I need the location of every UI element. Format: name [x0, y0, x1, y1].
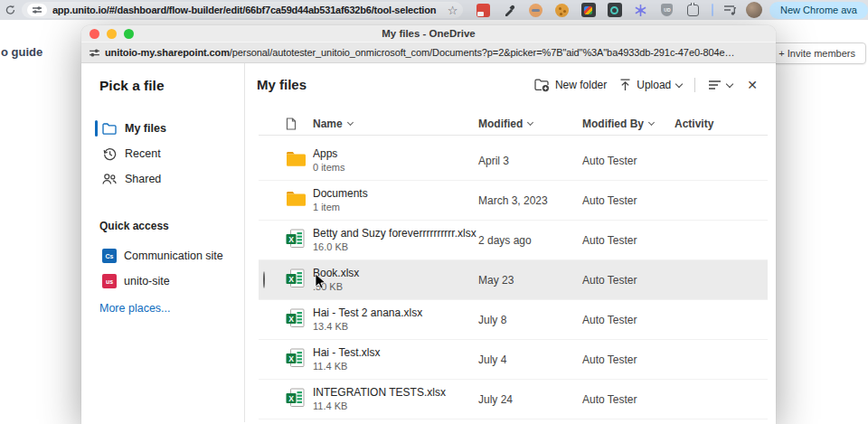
- modified-by: Auto Tester: [582, 274, 675, 287]
- reload-icon[interactable]: [5, 4, 16, 16]
- close-picker-button[interactable]: ✕: [747, 78, 758, 92]
- url-domain: app.unito.io: [52, 5, 107, 15]
- excel-file-icon: X: [286, 308, 313, 332]
- sidebar-item-shared[interactable]: Shared: [81, 166, 244, 192]
- site-tile-icon: us: [102, 274, 117, 288]
- popup-url-path: /personal/autotester_unitoio_onmicrosoft…: [230, 47, 735, 58]
- popup-address-bar[interactable]: unitoio-my.sharepoint.com/personal/autot…: [81, 42, 776, 63]
- new-folder-icon: [534, 79, 550, 92]
- column-header-name[interactable]: Name: [313, 118, 478, 130]
- column-header-modified[interactable]: Modified: [478, 118, 582, 130]
- quick-access-item-communication-site[interactable]: Cs Communication site: [102, 244, 223, 268]
- atom-icon[interactable]: [607, 3, 622, 18]
- svg-text:X: X: [288, 314, 294, 323]
- table-header: Name Modified Modified By Activity: [259, 112, 768, 136]
- file-name: Betty and Suzy foreverrrrrrrrrr.xlsx: [313, 227, 478, 240]
- table-row-hai-test-2-xlsx[interactable]: X Hai - Test 2 anana.xlsx13.4 KB July 8 …: [259, 300, 768, 340]
- popup-url-text: unitoio-my.sharepoint.com/personal/autot…: [105, 47, 734, 58]
- red-box-extension-icon[interactable]: [476, 3, 491, 18]
- playlist-icon[interactable]: [722, 3, 737, 18]
- address-bar[interactable]: app.unito.io/#/dashboard/flow-builder/ed…: [22, 2, 464, 18]
- upload-button[interactable]: Upload: [619, 79, 682, 91]
- file-size: 16.0 KB: [313, 240, 478, 253]
- modified-by: Auto Tester: [582, 393, 675, 406]
- modified-date: April 3: [478, 155, 582, 167]
- modified-date: July 24: [478, 393, 582, 406]
- file-size: 11.4 KB: [313, 400, 478, 412]
- window-titlebar[interactable]: My files - OneDrive: [81, 25, 776, 42]
- excel-file-icon: X: [286, 269, 313, 292]
- extensions-row: UD: [476, 3, 701, 18]
- modified-date: July 4: [478, 353, 582, 366]
- modified-date: March 3, 2023: [478, 194, 582, 207]
- people-icon: [102, 172, 117, 186]
- folder-icon: [286, 191, 313, 211]
- table-row-documents[interactable]: Documents1 item March 3, 2023 Auto Teste…: [259, 181, 768, 221]
- onedrive-picker-window: My files - OneDrive unitoio-my.sharepoin…: [81, 25, 776, 424]
- file-size: .50 KB: [313, 280, 478, 293]
- quick-access-item-unito-site[interactable]: us unito-site: [102, 269, 170, 293]
- modified-by: Auto Tester: [582, 155, 675, 167]
- face-icon[interactable]: [528, 3, 543, 18]
- table-row-book-xlsx[interactable]: X Book.xlsx.50 KB May 23 Auto Tester: [259, 260, 768, 300]
- table-row-hai-test-xlsx[interactable]: X Hai - Test.xlsx11.4 KB July 4 Auto Tes…: [259, 340, 768, 380]
- file-detail: 1 item: [313, 201, 478, 213]
- sidebar-nav: My files Recent Shared: [81, 116, 244, 192]
- table-row-betty-xlsx[interactable]: X Betty and Suzy foreverrrrrrrrrr.xlsx16…: [259, 221, 768, 260]
- svg-text:X: X: [288, 353, 294, 363]
- file-name: Hai - Test.xlsx: [313, 346, 478, 360]
- table-row-integration-tests-xlsx[interactable]: X INTEGRATION TESTS.xlsx11.4 KB July 24 …: [259, 380, 768, 419]
- more-places-link[interactable]: More places...: [99, 302, 171, 315]
- column-header-activity[interactable]: Activity: [675, 118, 768, 130]
- svg-text:X: X: [288, 234, 294, 243]
- upload-icon: [619, 79, 631, 91]
- shield-ud-icon[interactable]: UD: [659, 3, 675, 18]
- url-path: /#/dashboard/flow-builder/edit/66bf7ca59…: [107, 5, 436, 15]
- bookmark-star-icon[interactable]: ☆: [448, 4, 458, 17]
- file-size: 13.4 KB: [313, 320, 478, 333]
- clipboard-icon[interactable]: [685, 3, 701, 18]
- table-row-apps[interactable]: Apps0 items April 3 Auto Tester: [259, 141, 768, 181]
- sort-lines-icon: [708, 80, 722, 90]
- folder-icon: [286, 151, 313, 171]
- mouse-cursor: [315, 273, 326, 290]
- folder-icon: [102, 121, 117, 136]
- chevron-down-icon: [347, 119, 354, 126]
- sidebar-item-recent[interactable]: Recent: [81, 141, 244, 166]
- view-options-button[interactable]: [708, 80, 732, 90]
- new-folder-label: New folder: [555, 79, 607, 91]
- files-heading: My files: [257, 77, 307, 92]
- chevron-down-icon: [527, 119, 533, 126]
- site-settings-icon[interactable]: [89, 47, 100, 59]
- chrome-update-pill[interactable]: New Chrome ava: [769, 2, 868, 19]
- sidebar-item-label: Recent: [125, 147, 161, 160]
- profile-avatar[interactable]: [746, 2, 762, 18]
- svg-text:X: X: [288, 393, 294, 402]
- modified-date: May 23: [478, 274, 582, 287]
- sidebar-item-label: My files: [125, 122, 166, 135]
- snowflake-icon[interactable]: [633, 3, 648, 18]
- guide-link[interactable]: o guide: [1, 45, 42, 59]
- browser-toolbar: app.unito.io/#/dashboard/flow-builder/ed…: [0, 0, 868, 20]
- new-folder-button[interactable]: New folder: [534, 79, 607, 92]
- modified-date: 2 days ago: [478, 234, 582, 247]
- file-type-column-icon[interactable]: [286, 118, 313, 130]
- eyedropper-icon[interactable]: [502, 3, 517, 18]
- docs-d-icon[interactable]: [580, 3, 596, 18]
- quick-access-heading: Quick access: [99, 220, 169, 232]
- sidebar-item-my-files[interactable]: My files: [81, 116, 244, 141]
- sidebar-item-label: Shared: [125, 173, 161, 185]
- cookie-icon[interactable]: [554, 3, 570, 18]
- picker-sidebar: Pick a file My files Recent: [81, 63, 244, 422]
- site-settings-icon[interactable]: [27, 4, 47, 16]
- window-title: My files - OneDrive: [81, 28, 776, 39]
- toolbar-divider: [694, 78, 695, 92]
- popup-url-domain: unitoio-my.sharepoint.com: [105, 47, 230, 58]
- chevron-down-icon: [675, 80, 683, 88]
- invite-members-button[interactable]: + Invite members: [768, 42, 866, 64]
- column-header-modified-by[interactable]: Modified By: [582, 118, 675, 130]
- file-name: Book.xlsx: [313, 267, 478, 280]
- excel-file-icon: X: [286, 348, 313, 372]
- chevron-down-icon: [726, 80, 733, 88]
- row-radio-button[interactable]: [263, 271, 265, 288]
